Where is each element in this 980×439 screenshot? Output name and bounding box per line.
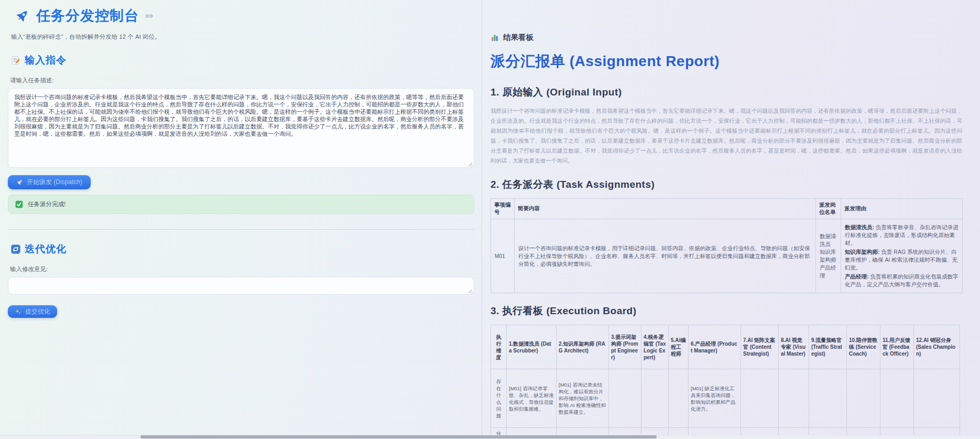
exec-cell-empty [669,369,689,428]
reason-role: 数据清洗员 [845,224,876,230]
results-panel: 结果看板 派分汇报单 (Assignment Report) 1. 原始输入 (… [483,0,980,439]
divider [8,229,474,230]
bar-chart-icon [491,34,499,42]
col-header-ai-coder: 5.Ai编程工程师 [669,325,689,369]
horizontal-scrollbar-thumb[interactable] [140,435,657,438]
horizontal-scrollbar-track[interactable] [0,435,980,439]
col-header-traffic-strategist: 9.流量策略官 (Traffic Strategist) [809,325,847,369]
report-title: 派分汇报单 (Assignment Report) [491,51,980,71]
col-header-rag-architect: 2.知识库架构师 (RAG Architect) [557,325,609,369]
exec-cell: [M01] 咨询记录未结构化，难以有效分片和存储到知识库中，影响 AI 检索准确… [557,369,609,428]
refine-input-wrap [8,277,474,295]
dispatch-button-label: 开始派发 (Dispatch) [27,178,82,187]
link-anchor-icon[interactable] [145,12,153,20]
refine-input[interactable] [8,277,474,295]
reason-item: 知识库架构师负责 RAG 系统的知识分片、向量库维护，确保 AI 检索法律法规时… [845,248,959,272]
rocket-small-icon [16,179,23,186]
col-header-summary: 简要内容 [515,199,816,219]
sparkles-icon [15,308,21,315]
refine-section-heading: 迭代优化 [11,242,474,256]
col-header-reason: 派发理由 [841,199,963,219]
check-icon [15,200,23,208]
col-header-roles: 派发岗位名单 [816,199,841,219]
reason-role: 产品经理 [845,273,870,280]
success-alert-text: 任务派分完成! [28,200,66,208]
exec-cell-empty [609,369,641,428]
row-dimension: 存在什么问题 [491,369,507,428]
assignment-row-m01: M01 设计一个咨询问题的标准记录卡模板，用于详细记录问题、回答内容、依据的政策… [491,219,963,293]
refine-label: 输入修改意见: [10,265,474,273]
col-header-content-strategist: 7.AI 矩阵文案官 (Content Strategist) [741,325,779,369]
exec-cell-empty [914,369,960,428]
task-description-label: 请输入任务描述: [10,77,474,84]
refine-submit-label: 提交优化 [25,307,50,316]
exec-cell-empty [847,369,880,428]
exec-cell-empty [809,369,847,428]
refine-section-title: 迭代优化 [25,242,67,256]
page-title: 任务分发控制台 [36,6,139,25]
page: 任务分发控制台 输入“老板的碎碎念”，自动拆解并分发给 12 个 AI 岗位。 … [0,0,980,439]
col-header-tax-logic-expert: 4.税务逻辑官 (Tax Logic Expert) [641,325,669,369]
task-description-input[interactable]: 我想设计一个咨询问题的标准记录卡模板，然后我希望这个模板当中，首先它要能详细记录… [8,88,474,168]
reason-item: 产品经理负责将积累的知识商业化包装成数字化产品，定义产品大纲与客户交付价值。 [845,273,959,288]
exec-cell: [M01] 缺乏标准化工具来归集咨询问题，影响知识积累和产品化潜力。 [689,369,741,428]
exec-cell: [M01] 咨询记录零散、杂乱，缺乏标准化格式，导致信息提取和归集困难。 [507,369,557,428]
assignment-summary: 设计一个咨询问题的标准记录卡模板，用于详细记录问题、回答内容、依据的政策、企业行… [515,219,816,293]
app-header: 任务分发控制台 [15,6,474,25]
col-header-visual-master: 8.AI 视觉专家 (Visual Master) [779,325,809,369]
memo-icon [11,56,20,65]
execution-row-problems: 存在什么问题 [M01] 咨询记录零散、杂乱，缺乏标准化格式，导致信息提取和归集… [491,369,960,428]
results-board-heading: 结果看板 [491,33,980,42]
exec-cell-empty [641,369,669,428]
exec-cell-empty [741,369,779,428]
col-header-prompt-engineer: 3.提示词架构师 (Prompt Engineer) [609,325,641,369]
assignment-reasons: 数据清洗员负责将零散录音、杂乱咨询记录进行标准化提炼，去除废话，形成结构化原始素… [841,219,963,293]
app-subtitle: 输入“老板的碎碎念”，自动拆解并分发给 12 个 AI 岗位。 [11,33,474,41]
success-alert: 任务派分完成! [8,195,474,214]
col-header-data-scrubber: 1.数据清洗员 (Data Scrubber) [507,325,557,369]
dispatch-button[interactable]: 开始派发 (Dispatch) [8,175,91,189]
original-input-text: 我想设计一个咨询问题的标准记录卡模板，然后我希望这个模板当中，首先它要能详细记录… [491,106,962,166]
assignments-table: 事项编号 简要内容 派发岗位名单 派发理由 M01 设计一个咨询问题的标准记录卡… [491,198,963,293]
assignment-roles: 数据清洗员 知识库架构师 产品经理 [816,219,841,293]
input-section-heading: 输入指令 [11,53,474,67]
exec-cell-empty [779,369,809,428]
col-header-feedback-officer: 11.用户反馈官 (Feedback Officer) [880,325,914,369]
input-section-title: 输入指令 [25,53,67,67]
control-panel: 任务分发控制台 输入“老板的碎碎念”，自动拆解并分发给 12 个 AI 岗位。 … [0,0,482,439]
execution-heading: 3. 执行看板 (Execution Board) [491,304,980,318]
reason-item: 数据清洗员负责将零散录音、杂乱咨询记录进行标准化提炼，去除废话，形成结构化原始素… [845,223,959,247]
results-board-title: 结果看板 [503,33,533,42]
refine-submit-button[interactable]: 提交优化 [8,305,57,318]
assignments-heading: 2. 任务派分表 (Task Assignments) [491,178,980,191]
execution-header-row: 执行维度 1.数据清洗员 (Data Scrubber) 2.知识库架构师 (R… [491,325,960,369]
execution-table: 执行维度 1.数据清洗员 (Data Scrubber) 2.知识库架构师 (R… [491,325,960,439]
refresh-icon [11,244,20,254]
assignment-id: M01 [491,219,515,293]
col-header-dimension: 执行维度 [491,325,507,369]
col-header-product-manager: 6.产品经理 (Product Manager) [689,325,741,369]
assignments-header-row: 事项编号 简要内容 派发岗位名单 派发理由 [491,199,963,219]
col-header-sales-champion: 12.AI 销冠分身 (Sales Champion) [914,325,960,369]
col-header-service-coach: 10.陪伴营教练 (Service Coach) [847,325,880,369]
rocket-icon [15,8,30,23]
reason-role: 知识库架构师 [845,249,881,255]
original-input-heading: 1. 原始输入 (Original Input) [491,85,980,99]
task-textarea-wrap: 我想设计一个咨询问题的标准记录卡模板，然后我希望这个模板当中，首先它要能详细记录… [8,88,474,168]
col-header-item-id: 事项编号 [491,199,515,219]
exec-cell-empty [880,369,914,428]
